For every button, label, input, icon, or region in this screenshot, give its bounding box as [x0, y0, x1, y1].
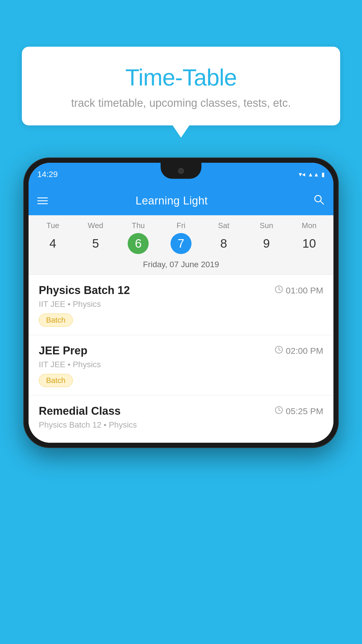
phone-mockup: 14:29 ▾◂ ▲▲ ▮ Learning Light: [23, 158, 339, 448]
day-name: Sat: [218, 221, 229, 230]
time-text: 01:00 PM: [286, 286, 323, 295]
day-name: Mon: [302, 221, 317, 230]
day-number: 7: [171, 233, 191, 254]
battery-icon: ▮: [321, 171, 325, 178]
day-name: Fri: [177, 221, 185, 230]
batch-badge: Batch: [39, 314, 73, 327]
day-name: Sun: [260, 221, 273, 230]
weekday-col-wed[interactable]: Wed5: [77, 221, 115, 254]
clock-icon: [275, 285, 283, 295]
item-subtitle: IIT JEE • Physics: [39, 300, 323, 309]
camera: [178, 168, 184, 174]
speech-bubble: Time-Table track timetable, upcoming cla…: [22, 47, 340, 125]
item-header: Remedial Class 05:25 PM: [39, 405, 323, 417]
bubble-subtitle: track timetable, upcoming classes, tests…: [36, 97, 326, 109]
day-number: 6: [128, 233, 149, 254]
app-title: Learning Light: [54, 195, 290, 207]
svg-line-7: [279, 350, 280, 351]
day-name: Thu: [132, 221, 145, 230]
batch-badge: Batch: [39, 374, 73, 387]
weekday-col-sat[interactable]: Sat8: [205, 221, 243, 254]
day-number: 9: [256, 233, 277, 254]
schedule-item[interactable]: JEE Prep 02:00 PM IIT JEE • Physics Batc…: [29, 335, 333, 396]
day-name: Tue: [46, 221, 59, 230]
app-bar: Learning Light: [29, 186, 333, 215]
phone-outer: 14:29 ▾◂ ▲▲ ▮ Learning Light: [23, 158, 339, 448]
clock-icon: [275, 406, 283, 416]
time-text: 02:00 PM: [286, 346, 323, 356]
item-subtitle: Physics Batch 12 • Physics: [39, 420, 323, 430]
weekday-col-tue[interactable]: Tue4: [34, 221, 72, 254]
item-header: JEE Prep 02:00 PM: [39, 344, 323, 357]
schedule-container: Physics Batch 12 01:00 PM IIT JEE • Phys…: [29, 275, 333, 443]
item-time: 01:00 PM: [275, 285, 323, 295]
weekday-col-mon[interactable]: Mon10: [290, 221, 328, 254]
schedule-item[interactable]: Physics Batch 12 01:00 PM IIT JEE • Phys…: [29, 275, 333, 335]
item-subtitle: IIT JEE • Physics: [39, 360, 323, 369]
search-icon[interactable]: [313, 194, 325, 208]
svg-line-1: [320, 201, 324, 204]
status-bar: 14:29 ▾◂ ▲▲ ▮: [29, 163, 333, 186]
item-header: Physics Batch 12 01:00 PM: [39, 284, 323, 297]
phone-screen: 14:29 ▾◂ ▲▲ ▮ Learning Light: [29, 163, 333, 443]
status-icons: ▾◂ ▲▲ ▮: [299, 171, 325, 178]
item-title: JEE Prep: [39, 344, 87, 357]
signal-icon: ▲▲: [307, 171, 319, 178]
calendar-section: Tue4Wed5Thu6Fri7Sat8Sun9Mon10 Friday, 07…: [29, 215, 333, 275]
day-number: 4: [42, 233, 63, 254]
day-number: 10: [299, 233, 320, 254]
speech-bubble-container: Time-Table track timetable, upcoming cla…: [22, 47, 340, 125]
day-number: 8: [213, 233, 234, 254]
wifi-icon: ▾◂: [299, 171, 305, 178]
status-time: 14:29: [37, 170, 58, 179]
weekdays-row: Tue4Wed5Thu6Fri7Sat8Sun9Mon10: [29, 215, 333, 256]
item-title: Physics Batch 12: [39, 284, 130, 297]
bubble-title: Time-Table: [36, 64, 326, 91]
weekday-col-sun[interactable]: Sun9: [247, 221, 285, 254]
item-title: Remedial Class: [39, 405, 121, 417]
hamburger-menu-icon[interactable]: [37, 197, 48, 204]
selected-date-label: Friday, 07 June 2019: [29, 256, 333, 275]
svg-line-4: [279, 289, 280, 290]
notch: [161, 163, 201, 179]
svg-line-10: [279, 410, 280, 411]
weekday-col-fri[interactable]: Fri7: [162, 221, 200, 254]
item-time: 02:00 PM: [275, 346, 323, 356]
clock-icon: [275, 346, 283, 356]
time-text: 05:25 PM: [286, 406, 323, 416]
schedule-item[interactable]: Remedial Class 05:25 PM Physics Batch 12…: [29, 396, 333, 443]
weekday-col-thu[interactable]: Thu6: [119, 221, 157, 254]
day-number: 5: [85, 233, 106, 254]
day-name: Wed: [88, 221, 103, 230]
item-time: 05:25 PM: [275, 406, 323, 416]
